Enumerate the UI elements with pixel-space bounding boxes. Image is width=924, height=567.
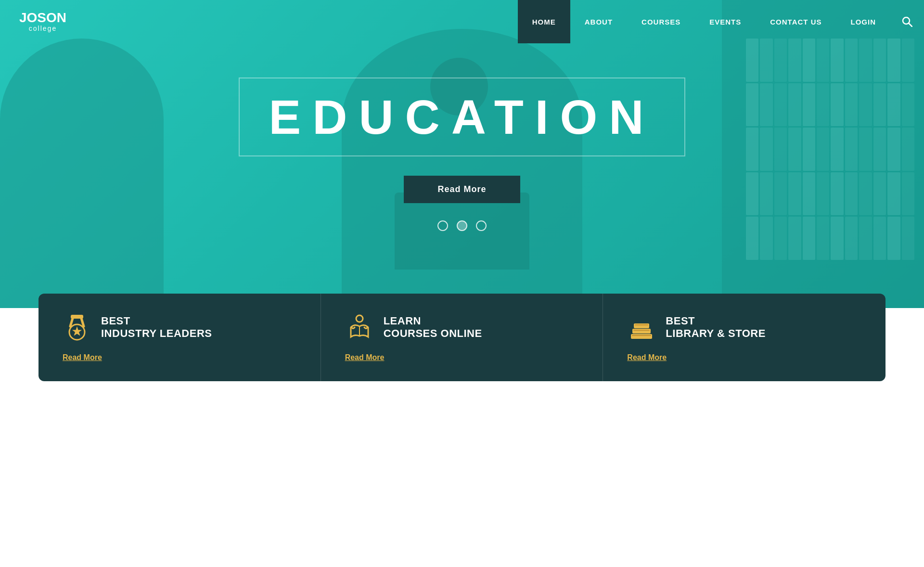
nav-login[interactable]: LOGIN <box>836 0 891 43</box>
reading-icon <box>345 313 374 342</box>
card-2-title: LEARN COURSES ONLINE <box>384 315 482 340</box>
card-learn-courses: LEARN COURSES ONLINE Read More <box>321 294 603 381</box>
card-3-read-more[interactable]: Read More <box>627 353 667 362</box>
navbar: JOSON college HOME ABOUT COURSES EVENTS … <box>0 0 924 43</box>
svg-point-7 <box>356 315 363 322</box>
hero-dot-2[interactable] <box>457 220 467 231</box>
nav-links: HOME ABOUT COURSES EVENTS CONTACT US LOG… <box>518 0 924 43</box>
nav-contact[interactable]: CONTACT US <box>756 0 836 43</box>
svg-rect-11 <box>632 329 651 334</box>
nav-courses[interactable]: COURSES <box>627 0 695 43</box>
card-industry-leaders: BEST INDUSTRY LEADERS Read More <box>38 294 321 381</box>
card-3-title: BEST LIBRARY & STORE <box>666 315 766 340</box>
feature-cards: BEST INDUSTRY LEADERS Read More <box>38 294 886 381</box>
svg-rect-13 <box>634 323 649 328</box>
nav-about[interactable]: ABOUT <box>570 0 627 43</box>
hero-section: EDUCATION Read More <box>0 0 924 308</box>
card-library: BEST LIBRARY & STORE Read More <box>603 294 886 381</box>
card-1-read-more[interactable]: Read More <box>63 353 102 362</box>
svg-line-1 <box>909 23 912 26</box>
svg-rect-12 <box>633 330 650 331</box>
card-2-header: LEARN COURSES ONLINE <box>345 313 482 342</box>
card-3-header: BEST LIBRARY & STORE <box>627 313 766 342</box>
card-1-title: BEST INDUSTRY LEADERS <box>101 315 212 340</box>
hero-title: EDUCATION <box>269 93 655 141</box>
hero-content: EDUCATION Read More <box>219 68 704 241</box>
medal-icon <box>63 313 91 342</box>
nav-home[interactable]: HOME <box>518 0 570 43</box>
svg-rect-4 <box>71 315 83 319</box>
bottom-section: BEST INDUSTRY LEADERS Read More <box>0 294 924 400</box>
hero-read-more-button[interactable]: Read More <box>404 176 520 203</box>
hero-dots <box>239 220 685 231</box>
brand-name: JOSON <box>19 10 66 25</box>
search-icon[interactable] <box>890 0 924 43</box>
nav-events[interactable]: EVENTS <box>695 0 756 43</box>
card-2-read-more[interactable]: Read More <box>345 353 385 362</box>
svg-rect-9 <box>631 334 652 339</box>
hero-border-box: EDUCATION <box>239 77 685 156</box>
card-1-header: BEST INDUSTRY LEADERS <box>63 313 212 342</box>
svg-rect-10 <box>632 335 651 336</box>
logo[interactable]: JOSON college <box>0 0 86 43</box>
svg-rect-14 <box>635 324 648 325</box>
books-icon <box>627 313 656 342</box>
hero-dot-1[interactable] <box>437 220 448 231</box>
svg-marker-6 <box>72 326 82 336</box>
hero-dot-3[interactable] <box>476 220 487 231</box>
brand-subtitle: college <box>19 25 66 32</box>
